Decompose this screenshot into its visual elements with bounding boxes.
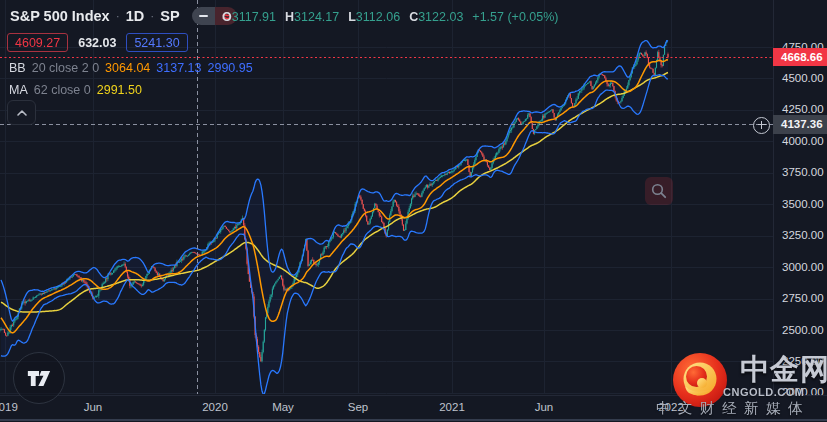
indicator-params: 20 close 2 0 bbox=[32, 61, 99, 75]
trading-chart-window: S&P 500 Index · 1D · SP ≈ O3117.91 H3124… bbox=[0, 0, 827, 422]
time-axis-label: Jun bbox=[84, 401, 103, 413]
legend-collapse-button[interactable] bbox=[7, 100, 36, 125]
open-label: O bbox=[222, 10, 232, 24]
indicator-name: MA bbox=[9, 83, 28, 97]
watermark: 中金网 CNGOLD.COM 中文财经新媒体 bbox=[650, 348, 827, 422]
indicator-row-ma[interactable]: MA 62 close 0 2991.50 bbox=[9, 83, 142, 97]
price-axis-label: 3500.00 bbox=[782, 198, 824, 210]
close-label: C bbox=[409, 10, 418, 24]
minimize-toggle-button[interactable] bbox=[192, 7, 215, 25]
separator-dot: · bbox=[150, 9, 154, 23]
bb-basis-value: 3064.04 bbox=[105, 61, 150, 75]
bb-lower-value: 2990.95 bbox=[207, 61, 252, 75]
high-value: 3124.17 bbox=[294, 10, 339, 24]
time-axis-label: May bbox=[272, 401, 294, 413]
price-axis-label: 2750.00 bbox=[782, 292, 824, 304]
price-levels-row: 4609.27 632.03 5241.30 bbox=[7, 33, 188, 52]
magnifier-icon bbox=[650, 182, 668, 200]
last-price-badge: 4668.66 bbox=[773, 48, 827, 66]
symbol-name[interactable]: S&P 500 Index bbox=[10, 8, 110, 24]
ma-value: 2991.50 bbox=[97, 83, 142, 97]
price-axis-label: 3000.00 bbox=[782, 261, 824, 273]
crosshair-price-badge: 4137.36 bbox=[773, 115, 827, 134]
bb-upper-value: 3137.13 bbox=[156, 61, 201, 75]
change-value: +1.57 (+0.05%) bbox=[472, 10, 558, 24]
time-axis-label: Jun bbox=[535, 401, 554, 413]
watermark-brand: 中金网 bbox=[740, 350, 827, 390]
indicator-name: BB bbox=[9, 61, 26, 75]
interval-label[interactable]: 1D bbox=[126, 8, 145, 24]
time-axis-label: 2020 bbox=[202, 401, 228, 413]
indicator-row-bb[interactable]: BB 20 close 2 0 3064.04 3137.13 2990.95 bbox=[9, 61, 253, 75]
time-axis-label: 2019 bbox=[0, 401, 18, 413]
separator-dot: · bbox=[116, 9, 120, 23]
red-level-badge[interactable]: 4609.27 bbox=[7, 33, 68, 52]
price-axis-label: 2500.00 bbox=[782, 324, 824, 336]
chevron-up-icon bbox=[16, 109, 28, 117]
close-value: 3122.03 bbox=[418, 10, 463, 24]
tradingview-logo-icon bbox=[26, 369, 52, 388]
blue-level-badge[interactable]: 5241.30 bbox=[126, 33, 187, 52]
low-label: L bbox=[348, 10, 356, 24]
high-label: H bbox=[285, 10, 294, 24]
price-axis-label: 4000.00 bbox=[782, 135, 824, 147]
indicator-params: 62 close 0 bbox=[34, 83, 91, 97]
open-value: 3117.91 bbox=[232, 10, 276, 24]
plain-level-value: 632.03 bbox=[78, 36, 116, 50]
chart-legend: S&P 500 Index · 1D · SP ≈ O3117.91 H3124… bbox=[10, 7, 237, 25]
time-axis-label: Sep bbox=[348, 401, 368, 413]
ohlc-row: O3117.91 H3124.17 L3112.06 C3122.03 +1.5… bbox=[222, 10, 559, 24]
add-alert-button[interactable] bbox=[753, 117, 770, 134]
price-axis-label: 4500.00 bbox=[782, 72, 824, 84]
time-axis-label: 2021 bbox=[439, 401, 465, 413]
tradingview-logo[interactable] bbox=[13, 352, 65, 404]
price-axis-label: 3750.00 bbox=[782, 166, 824, 178]
price-axis-label: 3250.00 bbox=[782, 229, 824, 241]
exchange-label[interactable]: SP bbox=[160, 8, 179, 24]
watermark-domain: CNGOLD.COM bbox=[723, 386, 804, 398]
symbol-title-row[interactable]: S&P 500 Index · 1D · SP ≈ bbox=[10, 7, 237, 25]
zoom-indicator bbox=[645, 177, 673, 205]
watermark-tagline: 中文财经新媒体 bbox=[656, 399, 810, 418]
dash-icon bbox=[199, 15, 208, 17]
low-value: 3112.06 bbox=[356, 10, 400, 24]
